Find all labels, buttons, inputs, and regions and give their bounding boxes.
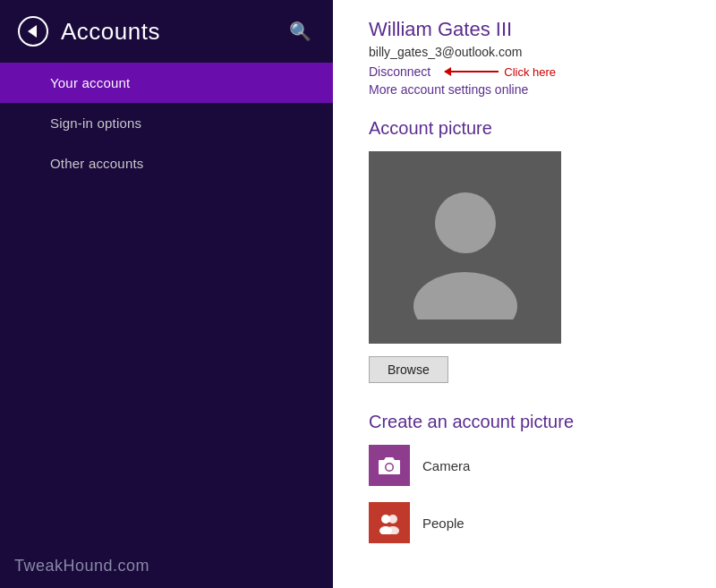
sidebar-item-sign-in-options[interactable]: Sign-in options	[0, 103, 333, 143]
people-app-item[interactable]: People	[369, 502, 680, 543]
sidebar-item-other-accounts[interactable]: Other accounts	[0, 143, 333, 183]
back-button[interactable]	[18, 16, 48, 47]
avatar-container	[369, 151, 561, 344]
camera-app-label: Camera	[422, 458, 470, 473]
sidebar-item-your-account[interactable]: Your account	[0, 63, 333, 103]
create-picture-title: Create an account picture	[369, 412, 680, 432]
svg-point-6	[381, 515, 390, 524]
camera-app-item[interactable]: Camera	[369, 445, 680, 486]
arrow-line-icon	[445, 71, 499, 72]
user-name: William Gates III	[369, 18, 680, 41]
camera-app-icon	[369, 445, 410, 486]
account-picture-title: Account picture	[369, 118, 680, 139]
disconnect-link[interactable]: Disconnect	[369, 64, 430, 79]
avatar-icon	[403, 176, 528, 320]
click-here-label: Click here	[504, 65, 556, 79]
user-email: billy_gates_3@outlook.com	[369, 45, 680, 59]
sidebar-title: Accounts	[61, 18, 160, 46]
more-settings-link[interactable]: More account settings online	[369, 82, 680, 97]
main-content: William Gates III billy_gates_3@outlook.…	[333, 0, 716, 588]
sidebar-header: Accounts 🔍	[0, 0, 333, 63]
create-picture-section: Create an account picture Camera	[369, 412, 680, 543]
search-button[interactable]: 🔍	[286, 17, 315, 46]
browse-button[interactable]: Browse	[369, 356, 448, 383]
back-arrow-icon	[28, 25, 37, 38]
svg-point-1	[413, 272, 517, 320]
svg-point-3	[387, 464, 393, 471]
disconnect-row: Disconnect Click here	[369, 64, 680, 79]
sidebar-footer-text: TweakHound.com	[14, 557, 149, 575]
click-here-annotation: Click here	[445, 65, 556, 79]
people-app-icon	[369, 502, 410, 543]
svg-point-0	[435, 192, 496, 253]
people-app-label: People	[422, 516, 465, 531]
sidebar: Accounts 🔍 Your account Sign-in options …	[0, 0, 333, 588]
